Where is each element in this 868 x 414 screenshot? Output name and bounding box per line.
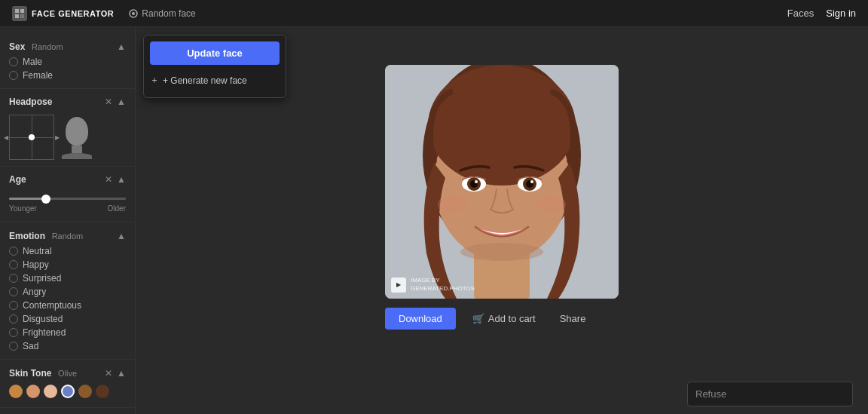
svg-point-17 xyxy=(475,180,478,183)
sex-options: Male Female xyxy=(9,55,126,82)
headpose-title: Headpose xyxy=(9,97,52,107)
skin-swatch-3[interactable] xyxy=(44,385,57,398)
emotion-surprised-radio[interactable] xyxy=(9,274,18,283)
skin-tone-swatches xyxy=(9,382,126,401)
sex-section: Sex Random ▲ Male Female xyxy=(0,33,135,89)
skin-tone-title: Skin Tone xyxy=(9,368,51,379)
emotion-contemptuous-label: Contemptuous xyxy=(23,300,81,311)
age-older-label: Older xyxy=(108,204,126,213)
emotion-surprised-label: Surprised xyxy=(23,273,61,284)
emotion-frightened-label: Frightened xyxy=(23,327,66,338)
header-right: Faces Sign in xyxy=(787,8,856,19)
emotion-frightened[interactable]: Frightened xyxy=(9,327,126,338)
head-shoulder xyxy=(62,153,92,159)
action-buttons: Download 🛒 Add to cart Share xyxy=(385,308,619,330)
age-chevron-icon[interactable]: ▲ xyxy=(117,174,126,185)
age-slider[interactable] xyxy=(9,198,126,200)
emotion-options: Neutral Happy Surprised Angry Contemptuo… xyxy=(9,244,126,353)
emotion-angry-label: Angry xyxy=(23,287,46,297)
skin-tone-subtitle: Olive xyxy=(58,369,77,378)
emotion-chevron-icon[interactable]: ▲ xyxy=(117,231,126,241)
emotion-section: Emotion Random ▲ Neutral Happy xyxy=(0,222,135,360)
emotion-sad-label: Sad xyxy=(23,341,38,351)
head-shape xyxy=(66,117,88,146)
credit-line1: IMAGE BY xyxy=(411,277,475,284)
age-slider-container: Younger Older xyxy=(9,188,126,216)
age-younger-label: Younger xyxy=(9,204,37,213)
add-to-cart-button[interactable]: 🛒 Add to cart xyxy=(465,308,543,330)
emotion-disgusted-label: Disgusted xyxy=(23,314,63,324)
emotion-header: Emotion Random ▲ xyxy=(9,225,126,244)
sex-icons: ▲ xyxy=(117,41,126,52)
sign-in-link[interactable]: Sign in xyxy=(826,8,856,19)
age-header: Age ✕ ▲ xyxy=(9,170,126,188)
generate-new-button[interactable]: ＋ + Generate new face xyxy=(150,69,280,91)
add-to-cart-label: Add to cart xyxy=(488,313,536,324)
svg-rect-2 xyxy=(15,14,19,18)
skin-swatch-1[interactable] xyxy=(9,385,23,398)
emotion-happy-radio[interactable] xyxy=(9,260,18,269)
age-close-icon[interactable]: ✕ xyxy=(105,174,112,185)
skin-swatch-4[interactable] xyxy=(61,385,75,398)
chevron-up-icon[interactable]: ▲ xyxy=(117,41,126,52)
emotion-disgusted[interactable]: Disgusted xyxy=(9,314,126,324)
cart-icon: 🛒 xyxy=(472,313,484,324)
emotion-sad[interactable]: Sad xyxy=(9,341,126,351)
age-title: Age xyxy=(9,174,26,185)
skin-swatch-5[interactable] xyxy=(78,385,92,398)
emotion-happy-label: Happy xyxy=(23,259,49,270)
headpose-grid[interactable]: ◀ ▶ xyxy=(9,115,54,160)
emotion-angry-radio[interactable] xyxy=(9,287,18,296)
emotion-angry[interactable]: Angry xyxy=(9,287,126,297)
logo-text: FACE GENERATOR xyxy=(32,9,114,18)
image-credit: ▶ IMAGE BY GENERATED.PHOTOS xyxy=(391,277,475,293)
download-button[interactable]: Download xyxy=(385,308,456,330)
svg-point-20 xyxy=(536,195,566,213)
headpose-dot[interactable] xyxy=(29,134,35,140)
svg-point-5 xyxy=(132,12,135,15)
sex-title: Sex xyxy=(9,41,25,52)
skin-tone-header: Skin Tone Olive ✕ ▲ xyxy=(9,363,126,382)
emotion-disgusted-radio[interactable] xyxy=(9,314,18,324)
emotion-happy[interactable]: Happy xyxy=(9,259,126,270)
emotion-frightened-radio[interactable] xyxy=(9,328,18,337)
emotion-contemptuous-radio[interactable] xyxy=(9,301,18,310)
right-arrow-icon: ▶ xyxy=(55,134,60,141)
skin-chevron-icon[interactable]: ▲ xyxy=(117,368,126,379)
faces-nav-link[interactable]: Faces xyxy=(787,8,814,19)
headpose-header: Headpose ✕ ▲ xyxy=(9,92,126,110)
emotion-neutral-label: Neutral xyxy=(23,246,52,256)
update-face-button[interactable]: Update face xyxy=(150,41,280,65)
sex-female-radio[interactable] xyxy=(9,71,18,80)
emotion-subtitle: Random xyxy=(52,232,84,241)
play-icon: ▶ xyxy=(391,278,406,293)
svg-point-18 xyxy=(530,180,533,183)
credit-line2: GENERATED.PHOTOS xyxy=(411,285,475,293)
svg-rect-0 xyxy=(15,9,19,13)
hair-color-header: Hair Color Random ▲ xyxy=(9,411,126,414)
age-labels: Younger Older xyxy=(9,204,126,213)
emotion-sad-radio[interactable] xyxy=(9,342,18,351)
skin-swatch-2[interactable] xyxy=(26,385,40,398)
skin-swatch-6[interactable] xyxy=(96,385,109,398)
skin-close-icon[interactable]: ✕ xyxy=(105,368,112,379)
sex-female-option[interactable]: Female xyxy=(9,70,126,81)
chevron-up-icon-2[interactable]: ▲ xyxy=(117,97,126,107)
share-button[interactable]: Share xyxy=(552,308,594,330)
app-header: FACE GENERATOR Random face Faces Sign in xyxy=(0,0,868,27)
face-image-container: ▶ IMAGE BY GENERATED.PHOTOS Download 🛒 A… xyxy=(385,65,619,330)
emotion-neutral[interactable]: Neutral xyxy=(9,246,126,256)
sex-male-radio[interactable] xyxy=(9,57,18,66)
refuse-input[interactable] xyxy=(687,382,853,406)
left-arrow-icon: ◀ xyxy=(4,134,8,141)
random-face-tab[interactable]: Random face xyxy=(129,8,195,19)
center-area: Update face ＋ + Generate new face xyxy=(136,27,868,414)
emotion-contemptuous[interactable]: Contemptuous xyxy=(9,300,126,311)
emotion-surprised[interactable]: Surprised xyxy=(9,273,126,284)
close-icon[interactable]: ✕ xyxy=(105,97,112,107)
logo: FACE GENERATOR xyxy=(12,6,114,21)
sex-male-option[interactable]: Male xyxy=(9,57,126,67)
emotion-neutral-radio[interactable] xyxy=(9,247,18,256)
action-dropdown: Update face ＋ + Generate new face xyxy=(143,35,286,98)
credit-text: IMAGE BY GENERATED.PHOTOS xyxy=(411,277,475,293)
